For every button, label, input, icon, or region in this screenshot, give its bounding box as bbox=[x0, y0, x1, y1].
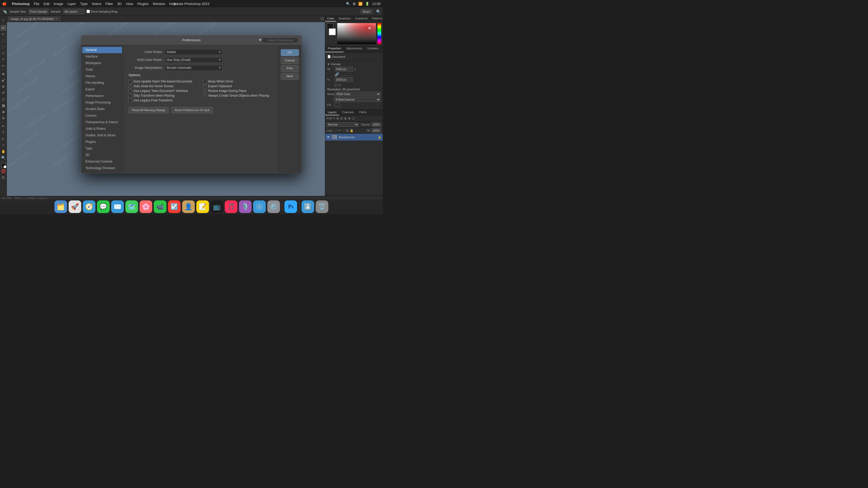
tab-libraries[interactable]: Libraries bbox=[365, 46, 381, 52]
tool-crop[interactable]: ⌗ bbox=[1, 57, 6, 62]
tool-eraser[interactable]: ◻ bbox=[1, 96, 6, 102]
menu-photoshop[interactable]: Photoshop bbox=[10, 1, 32, 6]
canvas-tab-close[interactable]: ✕ bbox=[55, 18, 57, 21]
prefs-nav-enhanced[interactable]: Enhanced Controls bbox=[82, 158, 122, 165]
sample-size-select[interactable]: Point Sample bbox=[29, 9, 49, 14]
filter-type-icon[interactable]: T bbox=[333, 116, 335, 120]
menu-type[interactable]: Type bbox=[78, 1, 90, 6]
search-icon-options[interactable]: 🔍 bbox=[376, 9, 381, 14]
prefs-nav-3d[interactable]: 3D bbox=[82, 152, 122, 158]
tool-move[interactable]: ↖ bbox=[1, 31, 6, 37]
prefs-nav-image-processing[interactable]: Image Processing bbox=[82, 99, 122, 106]
canvas-tab[interactable]: image_51.jpg @ 66,7% (RGB/8#) ✕ bbox=[8, 17, 60, 21]
menu-select[interactable]: Select bbox=[90, 1, 103, 6]
tab-swatches[interactable]: Swatches bbox=[336, 16, 353, 22]
lock-artboard-icon[interactable]: ⊞ bbox=[346, 129, 348, 132]
sample-select[interactable]: All Layers bbox=[63, 9, 84, 14]
image-interpolation-select[interactable]: Bicubic Automatic ▼ bbox=[165, 65, 223, 71]
show-sampling-ring-checkbox[interactable] bbox=[87, 10, 90, 13]
tool-blur[interactable]: ◈ bbox=[1, 109, 6, 115]
ok-button[interactable]: OK bbox=[281, 49, 299, 56]
tool-icon[interactable]: ✒️ bbox=[2, 9, 7, 14]
lock-position-icon[interactable]: ↔ bbox=[342, 129, 345, 132]
dock-messages[interactable]: 💬 bbox=[97, 200, 110, 213]
tool-brush[interactable]: 🖌 bbox=[1, 77, 6, 83]
tab-paths[interactable]: Paths bbox=[357, 109, 369, 115]
tool-marquee[interactable]: ⬚ bbox=[1, 38, 6, 43]
tool-quick-mask[interactable]: ⭕ bbox=[1, 168, 6, 174]
tool-shape[interactable]: □ bbox=[1, 142, 6, 148]
dock-notes[interactable]: 📝 bbox=[196, 200, 209, 213]
prefs-nav-cursors[interactable]: Cursors bbox=[82, 112, 122, 119]
prefs-nav-tech-preview[interactable]: Technology Previews bbox=[82, 165, 122, 171]
prefs-nav-file-handling[interactable]: File Handling bbox=[82, 79, 122, 86]
prefs-nav-performance[interactable]: Performance bbox=[82, 93, 122, 99]
prefs-search-input[interactable] bbox=[261, 38, 298, 43]
reset-dialogs-button[interactable]: Reset All Warning Dialogs bbox=[128, 107, 169, 113]
filter-color-icon[interactable]: ◈ bbox=[344, 116, 347, 120]
tool-path-select[interactable]: ▷ bbox=[1, 136, 6, 141]
foreground-color-swatch[interactable] bbox=[1, 163, 5, 167]
reset-prefs-button[interactable]: Reset Preferences On Quit bbox=[172, 107, 213, 113]
prefs-nav-history[interactable]: History bbox=[82, 73, 122, 79]
layer-row-background[interactable]: 👁 Background 🔒 bbox=[325, 134, 383, 140]
checkbox-legacy-transform-box[interactable] bbox=[128, 99, 132, 102]
prefs-nav-guides[interactable]: Guides, Grid & Slices bbox=[82, 132, 122, 138]
dock-mail[interactable]: ✉️ bbox=[111, 200, 124, 213]
filter-adjust-icon[interactable]: ⊕ bbox=[336, 116, 339, 120]
dock-photos[interactable]: 🌸 bbox=[140, 200, 152, 213]
dock-music[interactable]: 🎵 bbox=[225, 200, 237, 213]
dock-podcasts[interactable]: 🎙️ bbox=[239, 200, 252, 213]
dock-trash[interactable]: 🗑️ bbox=[316, 200, 328, 213]
lock-all-icon[interactable]: 🔒 bbox=[350, 129, 353, 132]
layer-visibility-icon[interactable]: 👁 bbox=[327, 135, 330, 139]
lock-transparent-icon[interactable]: ⬚ bbox=[334, 129, 337, 132]
width-input[interactable] bbox=[335, 67, 353, 71]
search-icon[interactable]: 🔍 bbox=[346, 2, 350, 6]
checkbox-beep-box[interactable] bbox=[203, 80, 207, 83]
lock-paint-icon[interactable]: ✏ bbox=[338, 129, 341, 132]
menu-plugins[interactable]: Plugins bbox=[135, 1, 151, 6]
background-swatch[interactable] bbox=[329, 28, 336, 35]
dock-finder[interactable]: 🗂️ bbox=[54, 200, 67, 213]
portrait-icon[interactable]: ▯ bbox=[335, 83, 337, 87]
menu-image[interactable]: Image bbox=[52, 1, 65, 6]
prefs-nav-export[interactable]: Export bbox=[82, 86, 122, 93]
dock-launchpad[interactable]: 🚀 bbox=[69, 200, 81, 213]
prefs-nav-interface[interactable]: Interface bbox=[82, 53, 122, 60]
dock-contacts[interactable]: 👤 bbox=[182, 200, 195, 213]
filter-effect-icon[interactable]: ★ bbox=[348, 116, 351, 120]
prefs-nav-transparency[interactable]: Transparency & Gamut bbox=[82, 119, 122, 125]
dock-reminders[interactable]: ☑️ bbox=[168, 200, 181, 213]
opacity-input[interactable] bbox=[372, 122, 381, 127]
prefs-nav-tools[interactable]: Tools bbox=[82, 66, 122, 73]
tab-adjustments[interactable]: Adjustments bbox=[344, 46, 365, 52]
canvas-arrange-icon[interactable]: ⧠ bbox=[321, 17, 324, 21]
close-x-icon[interactable]: ✕ bbox=[354, 68, 356, 71]
dock-appstore[interactable]: Ⓐ bbox=[253, 200, 266, 213]
menu-3d[interactable]: 3D bbox=[115, 1, 124, 6]
dock-maps[interactable]: 🗺️ bbox=[125, 200, 138, 213]
checkbox-auto-update-box[interactable] bbox=[128, 80, 132, 83]
tool-history-brush[interactable]: ↺ bbox=[1, 90, 6, 96]
tool-pen[interactable]: ✏ bbox=[1, 123, 6, 129]
tool-gradient[interactable]: ▦ bbox=[1, 102, 6, 108]
prefs-nav-workspace[interactable]: Workspace bbox=[82, 60, 122, 66]
checkbox-home-screen-box[interactable] bbox=[128, 85, 132, 88]
filter-smart-icon[interactable]: ⊚ bbox=[340, 116, 343, 120]
tab-patterns[interactable]: Patterns bbox=[370, 16, 383, 22]
next-button[interactable]: Next bbox=[281, 73, 299, 79]
color-gradient-picker[interactable] bbox=[337, 23, 376, 44]
dock-safari[interactable]: 🧭 bbox=[83, 200, 95, 213]
menu-file[interactable]: File bbox=[32, 1, 41, 6]
tool-text[interactable]: T bbox=[1, 129, 6, 135]
filter-mode-icon[interactable]: ⬡ bbox=[352, 116, 355, 120]
checkbox-skip-transform-box[interactable] bbox=[128, 94, 132, 97]
mode-select[interactable]: RGB Color bbox=[335, 92, 381, 96]
tab-properties[interactable]: Properties bbox=[325, 46, 344, 52]
dock-downloads[interactable]: ⬇️ bbox=[302, 200, 314, 213]
tool-dodge[interactable]: ⊖ bbox=[1, 115, 6, 121]
bits-select[interactable]: 8 Bits/Channel bbox=[334, 97, 381, 102]
color-picker-select[interactable]: Adobe ▼ bbox=[165, 49, 223, 55]
checkbox-export-clipboard-box[interactable] bbox=[203, 85, 207, 88]
